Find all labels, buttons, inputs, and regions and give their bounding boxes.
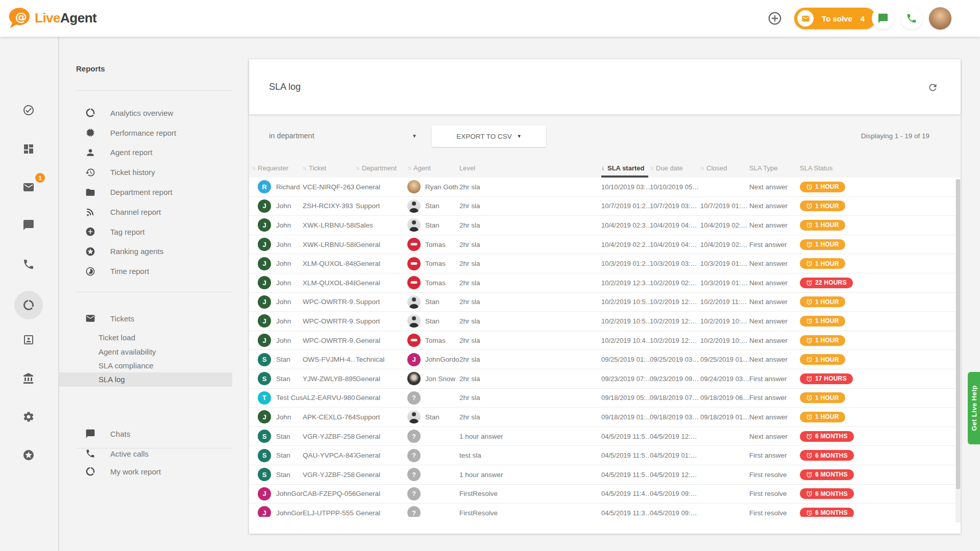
sla-status-badge: 1 HOUR — [800, 412, 845, 422]
sla-status-label: 1 HOUR — [815, 394, 839, 402]
sla-started: 10/2/2019 10:4… — [601, 331, 650, 350]
sla-type: First answer — [749, 446, 800, 465]
table-row[interactable]: J JohnGordo CAB-FZEPQ-056 General ? Firs… — [249, 485, 961, 504]
requester-name: John — [276, 413, 291, 421]
datausage-icon — [85, 108, 95, 118]
sla-status-label: 1 HOUR — [815, 413, 839, 420]
department: Support — [356, 312, 407, 331]
table-row[interactable]: J John WPC-OWRTR-9… Support Stan 2hr sla… — [249, 312, 961, 331]
nav-item-ranking-agents[interactable]: Ranking agents — [59, 242, 232, 262]
nav-item-agent-report[interactable]: Agent report — [59, 143, 232, 163]
nav-item-channel-report[interactable]: Channel report — [59, 202, 232, 222]
rail-ranking[interactable] — [17, 444, 40, 466]
table-row[interactable]: J John WPC-OWRTR-9… Support Stan 2hr sla… — [249, 293, 961, 312]
table-row[interactable]: S Stan OWS-FVJMH-4… Technical J JohnGord… — [249, 350, 961, 369]
sort-arrows-icon: ↑↓ — [303, 165, 306, 171]
requester-name: Richard — [276, 183, 300, 191]
sla-started: 09/25/2019 01:… — [601, 350, 650, 369]
column-header-due-date[interactable]: ↑↓Due date — [650, 158, 700, 178]
closed-date — [700, 485, 749, 504]
column-header-sla-type: SLA Type — [749, 158, 800, 178]
sla-type: Next answer — [749, 350, 800, 369]
jonsnow-photo-avatar — [407, 372, 421, 385]
sla-type: Next answer — [749, 254, 800, 273]
nav-subitem-agent-availability[interactable]: Agent availability — [59, 344, 232, 358]
rail-calls[interactable] — [17, 253, 40, 276]
table-row[interactable]: S Stan VGR-YJZBF-258 General ? 1 hour an… — [249, 465, 961, 485]
nav-subitem-sla-log[interactable]: SLA log — [59, 372, 232, 386]
table-row[interactable]: J John APK-CEXLG-764 Support Stan 2hr sl… — [249, 408, 961, 427]
table-row[interactable]: J John XLM-QUXOL-848 General Tomas 2hr s… — [249, 273, 961, 293]
chevron-down-icon: ▼ — [412, 133, 417, 139]
table-row[interactable]: J John XWK-LRBNU-588 Sales Stan 2hr sla … — [249, 216, 961, 235]
sla-started: 04/5/2019 11:5… — [601, 465, 650, 484]
nav-item-ticket-history[interactable]: Ticket history — [59, 162, 232, 182]
get-live-help-tab[interactable]: Get Live Help — [968, 372, 980, 444]
nav-subitem-ticket-load[interactable]: Ticket load — [59, 331, 232, 344]
export-to-csv-button[interactable]: EXPORT TO CSV ▼ — [432, 126, 546, 147]
rail-settings[interactable] — [17, 406, 40, 428]
table-row[interactable]: J John ZSH-RCIXY-393 Support Stan 2hr sl… — [249, 197, 961, 216]
ryan-photo-avatar — [407, 180, 421, 193]
department: Support — [356, 197, 407, 216]
department: Support — [356, 293, 407, 312]
nav-item-my-work-report[interactable]: My work report — [59, 462, 232, 481]
sla-started: 10/4/2019 02:2… — [601, 235, 650, 254]
sla-status-badge: 22 HOURS — [800, 278, 853, 288]
nav-section-chats[interactable]: Chats — [59, 424, 232, 443]
requester-avatar: J — [258, 199, 271, 213]
rail-contacts[interactable] — [17, 329, 40, 351]
due-date: 04/5/2019 12:… — [650, 465, 700, 484]
nav-subitem-sla-compliance[interactable]: SLA compliance — [59, 359, 232, 372]
sla-level: FirstResolve — [459, 504, 601, 517]
user-avatar[interactable] — [929, 7, 951, 30]
table-row[interactable]: S Stan VGR-YJZBF-258 General ? 1 hour an… — [249, 427, 961, 446]
column-header-requester[interactable]: ↑↓Requester — [252, 158, 303, 178]
ticket-id: ELJ-UTPPP-555 — [303, 504, 356, 517]
sla-level: 1 hour answer — [459, 427, 601, 446]
agent-name: Jon Snow — [425, 375, 455, 383]
chats-button[interactable] — [872, 7, 894, 30]
table-row[interactable]: J John WPC-OWRTR-9… General Tomas 2hr sl… — [249, 331, 961, 350]
ticket-id: XWK-LRBNU-588 — [303, 216, 356, 235]
nav-section-tickets[interactable]: Tickets — [59, 309, 232, 328]
column-header-agent[interactable]: ↑↓Agent — [407, 158, 459, 178]
nav-item-time-report[interactable]: Time report — [59, 261, 232, 281]
column-header-ticket[interactable]: ↑↓Ticket — [303, 158, 356, 178]
table-row[interactable]: T Test Custo ALZ-EARVU-980 General ? 2hr… — [249, 389, 961, 408]
nav-section-active-calls[interactable]: Active calls — [59, 444, 232, 463]
rail-company[interactable] — [17, 367, 40, 390]
table-row[interactable]: S Stan YJW-ZWLYB-895 General Jon Snow 2h… — [249, 369, 961, 389]
table-row[interactable]: S Stan QAU-YVPCA-847 General ? test sla … — [249, 446, 961, 465]
department-filter-select[interactable]: in department ▼ — [269, 124, 417, 147]
rail-tickets[interactable]: 1 — [17, 176, 40, 198]
agent-name: Tomas — [425, 337, 446, 344]
person-icon — [85, 147, 95, 158]
nav-item-department-report[interactable]: Department report — [59, 182, 232, 202]
rail-to-solve[interactable] — [17, 99, 40, 121]
column-header-department[interactable]: ↑↓Department — [356, 158, 407, 178]
table-row[interactable]: J John XWK-LRBNU-588 General Tomas 2hr s… — [249, 235, 961, 255]
sla-level: 1 hour answer — [459, 465, 601, 484]
refresh-button[interactable] — [924, 79, 941, 96]
add-new-button[interactable] — [764, 7, 786, 30]
nav-item-performance-report[interactable]: Performance report — [59, 123, 232, 143]
calls-button[interactable] — [900, 7, 923, 30]
column-header-sla-started[interactable]: ↓SLA started — [601, 158, 650, 178]
rail-dashboard[interactable] — [17, 138, 40, 160]
rail-chats[interactable] — [17, 214, 40, 236]
scrollbar-thumb[interactable] — [956, 179, 960, 489]
sla-status-badge: 1 HOUR — [800, 354, 845, 365]
table-row[interactable]: R Richard VCE-NIRQF-263 General Ryan Got… — [249, 178, 961, 197]
table-row[interactable]: J JohnGordo ELJ-UTPPP-555 General ? Firs… — [249, 504, 961, 517]
requester-avatar: S — [258, 449, 271, 462]
sla-level: 2hr sla — [459, 273, 601, 292]
sla-started: 04/5/2019 11:5… — [601, 446, 650, 465]
table-row[interactable]: J John XLM-QUXOL-848 General Tomas 2hr s… — [249, 254, 961, 273]
sla-status-label: 1 HOUR — [815, 356, 839, 363]
column-header-closed[interactable]: ↑↓Closed — [700, 158, 749, 178]
rail-reports[interactable] — [14, 291, 43, 319]
nav-item-analytics-overview[interactable]: Analytics overview — [59, 103, 232, 123]
nav-item-tag-report[interactable]: Tag report — [59, 222, 232, 242]
to-solve-button[interactable]: To solve 4 — [794, 8, 876, 29]
